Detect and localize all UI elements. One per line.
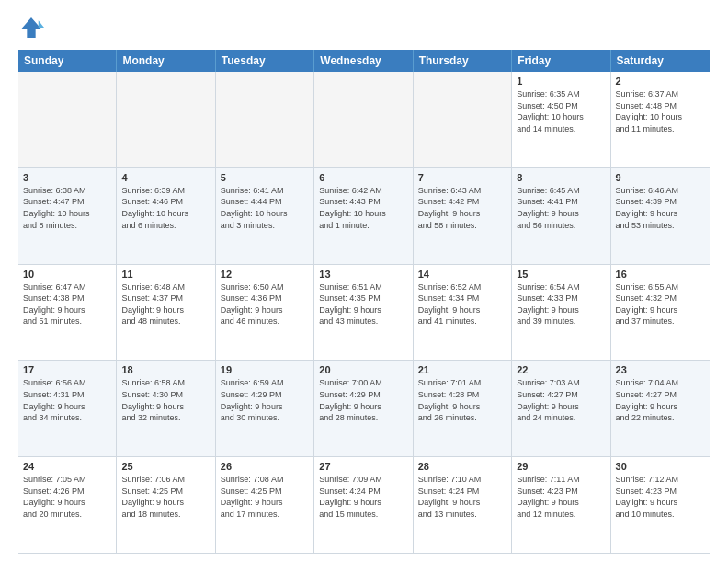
header: [18, 15, 710, 40]
day-number: 30: [616, 461, 705, 472]
day-number: 12: [221, 269, 309, 280]
day-cell-11: 11Sunrise: 6:48 AM Sunset: 4:37 PM Dayli…: [117, 265, 215, 362]
day-cell-7: 7Sunrise: 6:43 AM Sunset: 4:42 PM Daylig…: [414, 168, 512, 265]
header-day-sunday: Sunday: [18, 50, 117, 72]
empty-cell: [216, 72, 314, 168]
day-cell-15: 15Sunrise: 6:54 AM Sunset: 4:33 PM Dayli…: [512, 265, 610, 362]
day-number: 16: [616, 269, 705, 280]
calendar-header: SundayMondayTuesdayWednesdayThursdayFrid…: [18, 50, 710, 72]
day-info: Sunrise: 6:43 AM Sunset: 4:42 PM Dayligh…: [418, 185, 506, 231]
day-number: 3: [23, 172, 111, 183]
day-number: 20: [319, 364, 407, 375]
day-info: Sunrise: 7:09 AM Sunset: 4:24 PM Dayligh…: [319, 474, 407, 520]
day-cell-20: 20Sunrise: 7:00 AM Sunset: 4:29 PM Dayli…: [314, 361, 413, 457]
day-cell-1: 1Sunrise: 6:35 AM Sunset: 4:50 PM Daylig…: [512, 72, 610, 168]
day-number: 10: [23, 269, 111, 280]
day-info: Sunrise: 7:10 AM Sunset: 4:24 PM Dayligh…: [418, 474, 506, 520]
day-cell-3: 3Sunrise: 6:38 AM Sunset: 4:47 PM Daylig…: [18, 168, 117, 265]
day-number: 7: [418, 172, 506, 183]
day-info: Sunrise: 6:48 AM Sunset: 4:37 PM Dayligh…: [121, 282, 210, 327]
day-info: Sunrise: 6:56 AM Sunset: 4:31 PM Dayligh…: [23, 377, 111, 423]
day-info: Sunrise: 7:12 AM Sunset: 4:23 PM Dayligh…: [616, 474, 705, 520]
empty-cell: [117, 72, 215, 168]
day-number: 25: [121, 461, 210, 472]
day-number: 9: [616, 172, 705, 183]
day-info: Sunrise: 6:46 AM Sunset: 4:39 PM Dayligh…: [616, 185, 705, 231]
day-info: Sunrise: 6:55 AM Sunset: 4:32 PM Dayligh…: [616, 282, 705, 327]
day-number: 27: [319, 461, 407, 472]
day-number: 21: [418, 364, 506, 375]
day-info: Sunrise: 6:42 AM Sunset: 4:43 PM Dayligh…: [319, 185, 407, 231]
day-number: 1: [517, 75, 605, 86]
day-info: Sunrise: 6:38 AM Sunset: 4:47 PM Dayligh…: [23, 185, 111, 231]
day-number: 23: [616, 364, 705, 375]
header-day-tuesday: Tuesday: [216, 50, 314, 72]
day-info: Sunrise: 6:47 AM Sunset: 4:38 PM Dayligh…: [23, 282, 111, 327]
day-number: 29: [517, 461, 605, 472]
day-number: 14: [418, 269, 506, 280]
day-info: Sunrise: 7:06 AM Sunset: 4:25 PM Dayligh…: [121, 474, 210, 520]
day-cell-12: 12Sunrise: 6:50 AM Sunset: 4:36 PM Dayli…: [216, 265, 314, 362]
day-number: 2: [616, 75, 705, 86]
day-info: Sunrise: 6:50 AM Sunset: 4:36 PM Dayligh…: [221, 282, 309, 327]
day-cell-30: 30Sunrise: 7:12 AM Sunset: 4:23 PM Dayli…: [611, 457, 710, 554]
header-day-saturday: Saturday: [611, 50, 710, 72]
logo: [18, 15, 48, 40]
day-info: Sunrise: 6:52 AM Sunset: 4:34 PM Dayligh…: [418, 282, 506, 327]
empty-cell: [314, 72, 413, 168]
day-info: Sunrise: 7:11 AM Sunset: 4:23 PM Dayligh…: [517, 474, 605, 520]
day-cell-13: 13Sunrise: 6:51 AM Sunset: 4:35 PM Dayli…: [314, 265, 413, 362]
day-cell-10: 10Sunrise: 6:47 AM Sunset: 4:38 PM Dayli…: [18, 265, 117, 362]
day-cell-25: 25Sunrise: 7:06 AM Sunset: 4:25 PM Dayli…: [117, 457, 215, 554]
day-cell-27: 27Sunrise: 7:09 AM Sunset: 4:24 PM Dayli…: [314, 457, 413, 554]
day-cell-21: 21Sunrise: 7:01 AM Sunset: 4:28 PM Dayli…: [414, 361, 512, 457]
day-info: Sunrise: 6:59 AM Sunset: 4:29 PM Dayligh…: [221, 377, 309, 423]
calendar: SundayMondayTuesdayWednesdayThursdayFrid…: [18, 50, 710, 554]
day-cell-2: 2Sunrise: 6:37 AM Sunset: 4:48 PM Daylig…: [611, 72, 710, 168]
day-number: 6: [319, 172, 407, 183]
day-number: 19: [221, 364, 309, 375]
day-cell-24: 24Sunrise: 7:05 AM Sunset: 4:26 PM Dayli…: [18, 457, 117, 554]
day-info: Sunrise: 6:37 AM Sunset: 4:48 PM Dayligh…: [616, 88, 705, 134]
day-number: 5: [221, 172, 309, 183]
logo-icon: [18, 15, 44, 40]
day-number: 22: [517, 364, 605, 375]
day-cell-4: 4Sunrise: 6:39 AM Sunset: 4:46 PM Daylig…: [117, 168, 215, 265]
day-number: 4: [121, 172, 210, 183]
day-info: Sunrise: 6:41 AM Sunset: 4:44 PM Dayligh…: [221, 185, 309, 231]
day-info: Sunrise: 7:05 AM Sunset: 4:26 PM Dayligh…: [23, 474, 111, 520]
header-day-thursday: Thursday: [414, 50, 512, 72]
header-day-friday: Friday: [512, 50, 610, 72]
day-number: 11: [121, 269, 210, 280]
header-day-monday: Monday: [117, 50, 215, 72]
day-info: Sunrise: 7:00 AM Sunset: 4:29 PM Dayligh…: [319, 377, 407, 423]
day-cell-23: 23Sunrise: 7:04 AM Sunset: 4:27 PM Dayli…: [611, 361, 710, 457]
day-cell-17: 17Sunrise: 6:56 AM Sunset: 4:31 PM Dayli…: [18, 361, 117, 457]
day-cell-6: 6Sunrise: 6:42 AM Sunset: 4:43 PM Daylig…: [314, 168, 413, 265]
page: SundayMondayTuesdayWednesdayThursdayFrid…: [0, 0, 728, 563]
empty-cell: [414, 72, 512, 168]
day-cell-9: 9Sunrise: 6:46 AM Sunset: 4:39 PM Daylig…: [611, 168, 710, 265]
day-info: Sunrise: 6:35 AM Sunset: 4:50 PM Dayligh…: [517, 88, 605, 134]
header-day-wednesday: Wednesday: [314, 50, 413, 72]
day-info: Sunrise: 7:08 AM Sunset: 4:25 PM Dayligh…: [221, 474, 309, 520]
day-cell-14: 14Sunrise: 6:52 AM Sunset: 4:34 PM Dayli…: [414, 265, 512, 362]
empty-cell: [18, 72, 117, 168]
day-cell-19: 19Sunrise: 6:59 AM Sunset: 4:29 PM Dayli…: [216, 361, 314, 457]
day-cell-26: 26Sunrise: 7:08 AM Sunset: 4:25 PM Dayli…: [216, 457, 314, 554]
day-number: 26: [221, 461, 309, 472]
svg-marker-0: [21, 17, 41, 38]
day-info: Sunrise: 7:04 AM Sunset: 4:27 PM Dayligh…: [616, 377, 705, 423]
day-info: Sunrise: 6:51 AM Sunset: 4:35 PM Dayligh…: [319, 282, 407, 327]
day-cell-16: 16Sunrise: 6:55 AM Sunset: 4:32 PM Dayli…: [611, 265, 710, 362]
day-cell-8: 8Sunrise: 6:45 AM Sunset: 4:41 PM Daylig…: [512, 168, 610, 265]
day-number: 24: [23, 461, 111, 472]
day-cell-29: 29Sunrise: 7:11 AM Sunset: 4:23 PM Dayli…: [512, 457, 610, 554]
day-cell-28: 28Sunrise: 7:10 AM Sunset: 4:24 PM Dayli…: [414, 457, 512, 554]
day-number: 13: [319, 269, 407, 280]
day-info: Sunrise: 6:39 AM Sunset: 4:46 PM Dayligh…: [121, 185, 210, 231]
day-number: 8: [517, 172, 605, 183]
calendar-body: 1Sunrise: 6:35 AM Sunset: 4:50 PM Daylig…: [18, 72, 710, 554]
day-number: 18: [121, 364, 210, 375]
day-info: Sunrise: 6:54 AM Sunset: 4:33 PM Dayligh…: [517, 282, 605, 327]
